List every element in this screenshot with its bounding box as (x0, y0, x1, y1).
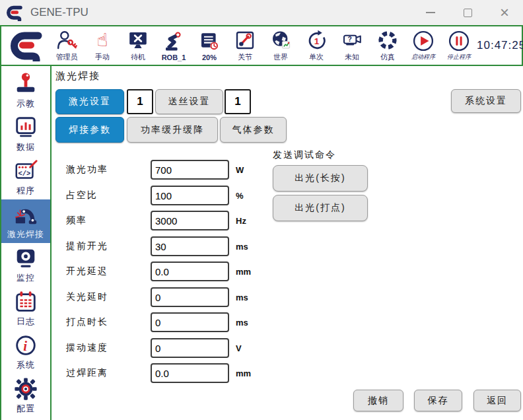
toolbar-item-stop-program[interactable]: 停止程序 (441, 30, 477, 61)
toolbar-item-label: 管理员 (56, 52, 78, 62)
form-row-advance-on: 提前开光 ms (66, 236, 248, 256)
tab-laser-settings[interactable]: 激光设置 (55, 89, 124, 114)
form-row-off-delay: 关光延时 ms (66, 287, 248, 307)
laser-on-long-press-button[interactable]: 出光(长按) (273, 165, 368, 192)
welding-robot-icon (13, 202, 38, 227)
sidebar-item-label: 监控 (17, 272, 35, 284)
system-info-icon: i (13, 333, 38, 358)
toolbar-item-simulation[interactable]: 仿真 (370, 29, 405, 62)
sidebar-item-data[interactable]: 数据 (1, 112, 50, 156)
overweld-distance-input[interactable] (151, 363, 229, 383)
sidebar-item-system[interactable]: i 系统 (1, 330, 50, 374)
tab-weld-params[interactable]: 焊接参数 (55, 117, 124, 143)
globe-icon (269, 29, 292, 52)
toolbar-item-label: 启动程序 (411, 53, 435, 61)
field-unit: V (236, 343, 242, 353)
field-label: 关光延时 (66, 291, 151, 303)
close-button[interactable]: × (486, 0, 523, 25)
field-unit: ms (236, 242, 248, 252)
toolbar-item-start-program[interactable]: 启动程序 (405, 30, 441, 61)
toolbar-item-run-single[interactable]: 1 单次 (298, 29, 334, 62)
toolbar-item-label: 20% (202, 53, 217, 61)
toolbar-item-manual-mode[interactable]: ☝ 手动 (85, 29, 120, 62)
sidebar-item-label: 激光焊接 (7, 228, 44, 240)
window-controls: × (412, 0, 523, 25)
simulation-ring-icon (376, 29, 399, 52)
toolbar-item-speed[interactable]: 20% (192, 30, 227, 61)
weave-speed-input[interactable] (151, 338, 229, 358)
undo-button[interactable]: 撤销 (353, 390, 403, 411)
system-clock: 10:47:25 (477, 39, 523, 52)
advance-on-input[interactable] (151, 236, 229, 256)
sidebar-item-label: 配置 (17, 403, 35, 415)
off-delay-input[interactable] (151, 287, 229, 307)
laser-channel-input[interactable] (127, 89, 153, 114)
code-editor-icon: </> (13, 158, 38, 184)
on-delay-input[interactable] (151, 262, 229, 281)
minimize-button[interactable] (412, 0, 449, 25)
toolbar-item-camera-unknown[interactable]: ? 未知 (334, 29, 370, 62)
sidebar-item-label: 数据 (17, 141, 35, 153)
hand-pointer-icon: ☝ (96, 29, 108, 52)
field-label: 过焊距离 (66, 367, 151, 379)
form-row-frequency: 频率 Hz (66, 211, 246, 230)
nav-sidebar: 示教 数据 </> (1, 66, 52, 420)
field-unit: W (236, 165, 244, 175)
laser-on-spot-button[interactable]: 出光(打点) (273, 195, 368, 221)
status-toolbar: 管理员 ☝ 手动 待机 ROB_1 (0, 25, 523, 66)
field-label: 占空比 (66, 190, 151, 201)
field-unit: ms (236, 293, 248, 302)
toolbar-item-label: 未知 (345, 52, 359, 62)
toolbar-item-user-mode[interactable]: 管理员 (49, 29, 85, 62)
sidebar-item-monitor[interactable]: 监控 (1, 243, 50, 287)
brand-logo-icon (11, 30, 45, 61)
form-row-laser-power: 激光功率 W (66, 160, 244, 180)
field-unit: mm (236, 267, 251, 277)
maximize-button[interactable] (449, 0, 486, 25)
joint-icon (234, 29, 256, 52)
field-label: 频率 (66, 215, 151, 227)
speed-list-clock-icon (198, 30, 221, 53)
field-unit: mm (236, 368, 251, 378)
toolbar-item-label: ROB_1 (162, 53, 186, 61)
sidebar-item-laser-welding[interactable]: 激光焊接 (1, 199, 50, 243)
save-button[interactable]: 保存 (414, 390, 462, 411)
pause-icon (447, 30, 471, 52)
toolbar-item-label: 停止程序 (447, 53, 471, 61)
toolbar-item-label: 仿真 (380, 52, 395, 62)
toolbar-item-standby[interactable]: 待机 (120, 29, 156, 62)
back-button[interactable]: 返回 (473, 390, 521, 411)
robot-arm-icon (162, 30, 185, 53)
svg-text:i: i (23, 338, 27, 354)
system-settings-button[interactable]: 系统设置 (451, 89, 521, 113)
field-label: 提前开光 (66, 240, 151, 252)
sidebar-item-program[interactable]: </> 程序 (1, 156, 50, 199)
wire-channel-input[interactable] (225, 89, 251, 114)
single-cycle-icon: 1 (305, 29, 328, 52)
spot-duration-input[interactable] (151, 312, 229, 332)
form-row-weave-speed: 摆动速度 V (66, 338, 242, 358)
toolbar-item-coord-world[interactable]: 世界 (263, 29, 298, 62)
title-bar: GENE-TPU × (0, 0, 523, 25)
laser-power-input[interactable] (151, 160, 229, 180)
tab-gas-params[interactable]: 气体参数 (220, 117, 287, 143)
sidebar-item-label: 系统 (17, 359, 35, 371)
sidebar-item-label: 示教 (17, 98, 35, 110)
camera-question-icon: ? (341, 29, 363, 52)
tab-power-ramp[interactable]: 功率缓升缓降 (127, 117, 218, 143)
sidebar-item-config[interactable]: 配置 (1, 374, 50, 417)
toolbar-item-robot[interactable]: ROB_1 (156, 30, 192, 61)
field-label: 开光延迟 (66, 265, 151, 277)
field-unit: Hz (236, 216, 246, 226)
duty-cycle-input[interactable] (151, 186, 229, 205)
toolbar-item-coord-joint[interactable]: 关节 (227, 29, 263, 62)
teach-pendant-icon (13, 71, 38, 96)
svg-text:</>: </> (18, 170, 31, 178)
frequency-input[interactable] (151, 211, 229, 230)
tab-wire-feed-settings[interactable]: 送丝设置 (155, 89, 223, 114)
toolbar-item-label: 关节 (238, 52, 252, 62)
sidebar-item-label: 日志 (17, 316, 35, 328)
sidebar-item-log[interactable]: 日志 (1, 287, 50, 330)
toolbar-item-label: 待机 (131, 52, 145, 62)
sidebar-item-teach[interactable]: 示教 (1, 69, 50, 112)
